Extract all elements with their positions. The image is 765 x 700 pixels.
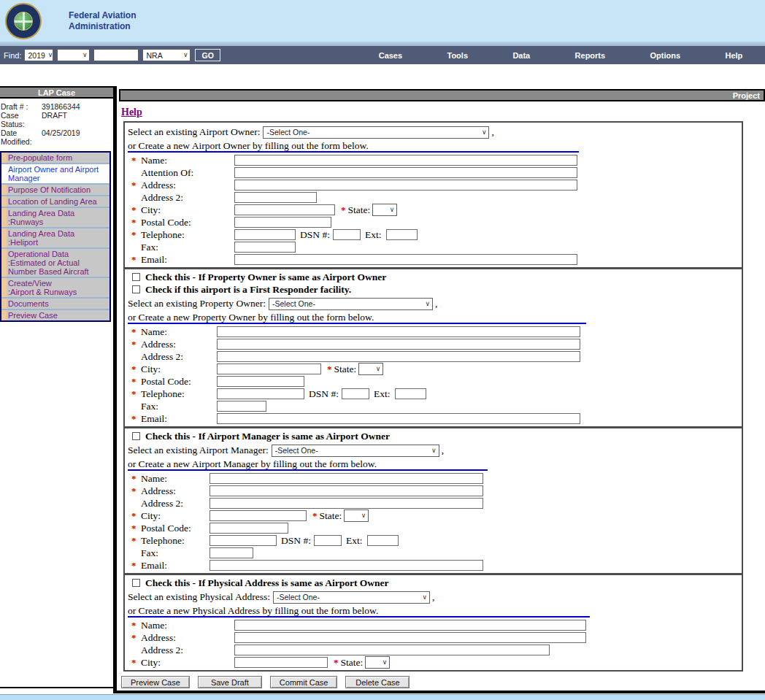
airport-manager-email-input[interactable] — [209, 560, 483, 571]
physical-address-address-2-input[interactable] — [234, 645, 550, 655]
airport-manager-state-select[interactable]: ∨ — [344, 509, 369, 522]
field-label-cell: *Address: — [131, 485, 209, 497]
airport-manager-dsn-input[interactable] — [314, 535, 342, 546]
property-owner-ext-input[interactable] — [395, 388, 426, 399]
sidebar-title: LAP Case — [0, 88, 113, 99]
nav-item-data[interactable]: Data — [512, 51, 530, 60]
sidebar-item-label: Landing Area Data :Runways — [7, 208, 109, 227]
airport-owner-email-input[interactable] — [234, 254, 577, 265]
case-info-label: Draft # : — [1, 102, 42, 111]
sidebar-item-create-view-airport-runways[interactable]: Create/View :Airport & Runways — [1, 278, 109, 299]
commit-case-button[interactable]: Commit Case — [270, 676, 338, 688]
airport-manager-postal-code-input[interactable] — [209, 523, 288, 534]
sidebar-item-label: Documents — [7, 299, 109, 309]
field-label: Telephone: — [141, 388, 185, 400]
airport-owner-telephone-input[interactable] — [234, 229, 296, 240]
save-draft-button[interactable]: Save Draft — [198, 676, 262, 688]
find-secondary-select[interactable]: ∨ — [57, 49, 90, 61]
chevron-down-icon: ∨ — [361, 512, 366, 519]
airport-owner-postal-code-input[interactable] — [234, 217, 331, 228]
airport-owner-ext-input[interactable] — [386, 229, 418, 240]
sidebar-item-preview-case[interactable]: Preview Case — [1, 310, 109, 320]
find-case-number-input[interactable] — [93, 49, 139, 61]
find-year-select[interactable]: 2019 ∨ — [24, 49, 53, 61]
property-owner-fax-input[interactable] — [217, 401, 266, 412]
airport-owner-name-input[interactable] — [234, 155, 577, 166]
airport-manager-address-input[interactable] — [209, 485, 483, 496]
case-info-value: 04/25/2019 — [42, 128, 80, 146]
physical-address-select[interactable]: -Select One-∨ — [273, 591, 430, 604]
airport-manager-checkbox-0[interactable] — [132, 432, 140, 440]
physical-address-state-select[interactable]: ∨ — [365, 656, 390, 669]
physical-address-name-input[interactable] — [234, 620, 586, 631]
airport-manager-address-2-input[interactable] — [209, 498, 483, 509]
physical-address-city-input[interactable] — [234, 657, 328, 668]
sidebar-item-landing-area-data-heliport[interactable]: Landing Area Data :Heliport — [1, 228, 109, 249]
property-owner-address-2-input[interactable] — [217, 351, 580, 362]
property-owner-name-input[interactable] — [217, 326, 580, 337]
field-label-cell: Attention Of: — [131, 167, 234, 179]
sidebar-item-documents[interactable]: Documents — [1, 299, 109, 310]
airport-owner-address-2-input[interactable] — [234, 192, 317, 203]
property-owner-checkbox-1[interactable] — [132, 285, 140, 293]
sidebar-item-location-of-landing-area[interactable]: Location of Landing Area — [1, 196, 109, 208]
section-airport-owner: Select an existing Airport Owner:-Select… — [125, 123, 742, 267]
chevron-down-icon: ∨ — [382, 659, 388, 666]
airport-owner-city-input[interactable] — [234, 204, 335, 215]
action-button-row: Preview CaseSave DraftCommit CaseDelete … — [121, 676, 765, 688]
nav-item-help[interactable]: Help — [725, 51, 742, 60]
field-row: *City:*State:∨ — [128, 509, 739, 522]
sidebar-item-airport-owner-and-airport-manager[interactable]: Airport Owner and Airport Manager — [1, 164, 109, 185]
go-button[interactable]: GO — [195, 49, 220, 61]
find-type-select[interactable]: NRA ∨ — [142, 49, 191, 61]
airport-manager-ext-input[interactable] — [367, 535, 399, 546]
property-owner-postal-code-input[interactable] — [217, 376, 304, 387]
field-label-cell: *Address: — [131, 339, 217, 350]
airport-owner-select[interactable]: -Select One-∨ — [263, 126, 489, 139]
airport-owner-state-select[interactable]: ∨ — [372, 204, 397, 216]
nav-item-tools[interactable]: Tools — [447, 51, 468, 60]
field-label-cell: *Name: — [131, 326, 217, 338]
nav-item-options[interactable]: Options — [650, 51, 681, 60]
required-marker: * — [327, 364, 332, 375]
property-owner-telephone-input[interactable] — [217, 388, 304, 399]
physical-address-address-input[interactable] — [234, 632, 586, 643]
field-label: State: — [348, 204, 371, 216]
comma-text: , — [432, 591, 434, 603]
physical-address-checkbox-0[interactable] — [132, 579, 140, 587]
sidebar-item-pre-populate-form[interactable]: Pre-populate form — [1, 153, 109, 164]
property-owner-email-input[interactable] — [217, 413, 580, 424]
airport-manager-name-input[interactable] — [209, 473, 483, 484]
sidebar-item-operational-data-estimated-or-actual-number-based-aircraft[interactable]: Operational Data :Estimated or Actual Nu… — [1, 249, 109, 278]
airport-owner-attention-of-input[interactable] — [234, 167, 577, 178]
property-owner-address-input[interactable] — [217, 339, 580, 350]
airport-manager-telephone-input[interactable] — [209, 535, 277, 546]
airport-manager-city-input[interactable] — [209, 510, 307, 521]
required-marker: * — [131, 388, 137, 400]
case-info-row: Case Status:DRAFT — [1, 111, 113, 128]
property-owner-state-select[interactable]: ∨ — [358, 363, 383, 375]
field-label-cell: *City: — [131, 657, 234, 669]
field-row: *Address: — [128, 179, 739, 191]
nav-item-cases[interactable]: Cases — [379, 51, 402, 60]
chevron-down-icon: ∨ — [376, 366, 381, 372]
nav-item-reports[interactable]: Reports — [575, 51, 606, 60]
sidebar-item-purpose-of-notification[interactable]: Purpose Of Notification — [1, 185, 109, 196]
preview-case-button[interactable]: Preview Case — [121, 676, 190, 688]
property-owner-checkbox-0[interactable] — [132, 273, 140, 281]
airport-manager-fax-input[interactable] — [209, 547, 253, 558]
airport-owner-dsn-input[interactable] — [333, 229, 361, 240]
airport-owner-fax-input[interactable] — [234, 242, 296, 253]
property-owner-dsn-input[interactable] — [342, 388, 369, 399]
airport-manager-select[interactable]: -Select One-∨ — [272, 445, 439, 457]
help-link[interactable]: Help — [121, 107, 142, 118]
field-row: *City:*State:∨ — [128, 204, 739, 216]
agency-title-line1: Federal Aviation — [69, 10, 136, 21]
delete-case-button[interactable]: Delete Case — [345, 676, 410, 688]
page: { "icons": { "dropdown_chevron": "∨" }, … — [0, 0, 765, 700]
property-owner-select[interactable]: -Select One-∨ — [269, 298, 433, 310]
sidebar-item-landing-area-data-runways[interactable]: Landing Area Data :Runways — [1, 208, 109, 228]
airport-owner-address-input[interactable] — [234, 180, 577, 191]
property-owner-city-input[interactable] — [217, 364, 321, 374]
chevron-down-icon: ∨ — [82, 52, 88, 58]
